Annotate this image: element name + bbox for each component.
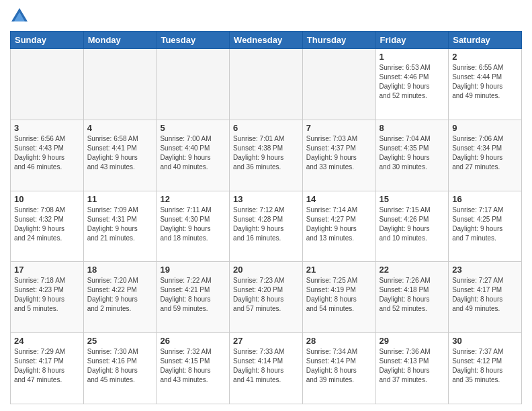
day-number: 21 [306, 265, 372, 275]
calendar-cell: 13Sunrise: 7:12 AM Sunset: 4:28 PM Dayli… [230, 191, 303, 262]
calendar-cell: 6Sunrise: 7:01 AM Sunset: 4:38 PM Daylig… [230, 120, 303, 191]
calendar-week-2: 10Sunrise: 7:08 AM Sunset: 4:32 PM Dayli… [11, 191, 522, 262]
weekday-header-monday: Monday [83, 32, 157, 49]
day-number: 22 [380, 265, 445, 275]
calendar-cell [302, 49, 375, 120]
day-detail: Sunrise: 7:03 AM Sunset: 4:37 PM Dayligh… [306, 134, 372, 172]
day-number: 6 [233, 123, 299, 133]
day-detail: Sunrise: 7:36 AM Sunset: 4:13 PM Dayligh… [380, 347, 445, 385]
day-number: 24 [14, 336, 80, 346]
day-number: 25 [87, 336, 153, 346]
calendar-cell: 10Sunrise: 7:08 AM Sunset: 4:32 PM Dayli… [11, 191, 84, 262]
calendar-header-row: SundayMondayTuesdayWednesdayThursdayFrid… [11, 32, 522, 49]
weekday-header-thursday: Thursday [302, 32, 375, 49]
day-number: 3 [14, 123, 80, 133]
day-detail: Sunrise: 7:26 AM Sunset: 4:18 PM Dayligh… [380, 276, 445, 314]
day-number: 16 [452, 194, 518, 204]
day-number: 27 [233, 336, 299, 346]
calendar-cell: 16Sunrise: 7:17 AM Sunset: 4:25 PM Dayli… [449, 191, 522, 262]
calendar-cell: 1Sunrise: 6:53 AM Sunset: 4:46 PM Daylig… [375, 49, 449, 120]
calendar-cell: 17Sunrise: 7:18 AM Sunset: 4:23 PM Dayli… [11, 262, 84, 333]
day-detail: Sunrise: 6:55 AM Sunset: 4:44 PM Dayligh… [452, 63, 518, 101]
calendar-week-1: 3Sunrise: 6:56 AM Sunset: 4:43 PM Daylig… [11, 120, 522, 191]
calendar-cell: 29Sunrise: 7:36 AM Sunset: 4:13 PM Dayli… [375, 333, 449, 404]
calendar-week-3: 17Sunrise: 7:18 AM Sunset: 4:23 PM Dayli… [11, 262, 522, 333]
calendar-week-4: 24Sunrise: 7:29 AM Sunset: 4:17 PM Dayli… [11, 333, 522, 404]
day-number: 30 [452, 336, 518, 346]
day-number: 5 [160, 123, 226, 133]
weekday-header-wednesday: Wednesday [230, 32, 303, 49]
day-number: 11 [87, 194, 153, 204]
day-detail: Sunrise: 6:56 AM Sunset: 4:43 PM Dayligh… [14, 134, 80, 172]
day-number: 10 [14, 194, 80, 204]
day-number: 7 [306, 123, 372, 133]
calendar-cell: 11Sunrise: 7:09 AM Sunset: 4:31 PM Dayli… [83, 191, 157, 262]
calendar-cell: 26Sunrise: 7:32 AM Sunset: 4:15 PM Dayli… [157, 333, 230, 404]
calendar-cell: 24Sunrise: 7:29 AM Sunset: 4:17 PM Dayli… [11, 333, 84, 404]
calendar-cell: 2Sunrise: 6:55 AM Sunset: 4:44 PM Daylig… [449, 49, 522, 120]
calendar-cell: 12Sunrise: 7:11 AM Sunset: 4:30 PM Dayli… [157, 191, 230, 262]
day-detail: Sunrise: 7:04 AM Sunset: 4:35 PM Dayligh… [380, 134, 445, 172]
day-number: 9 [452, 123, 518, 133]
calendar-cell [157, 49, 230, 120]
weekday-header-friday: Friday [375, 32, 449, 49]
day-number: 4 [87, 123, 153, 133]
calendar-cell: 7Sunrise: 7:03 AM Sunset: 4:37 PM Daylig… [302, 120, 375, 191]
day-detail: Sunrise: 7:22 AM Sunset: 4:21 PM Dayligh… [160, 276, 226, 314]
day-number: 17 [14, 265, 80, 275]
day-detail: Sunrise: 7:37 AM Sunset: 4:12 PM Dayligh… [452, 347, 518, 385]
day-detail: Sunrise: 7:34 AM Sunset: 4:14 PM Dayligh… [306, 347, 372, 385]
calendar-cell [83, 49, 157, 120]
calendar-cell: 19Sunrise: 7:22 AM Sunset: 4:21 PM Dayli… [157, 262, 230, 333]
page: SundayMondayTuesdayWednesdayThursdayFrid… [0, 0, 532, 411]
day-detail: Sunrise: 7:29 AM Sunset: 4:17 PM Dayligh… [14, 347, 80, 385]
calendar-week-0: 1Sunrise: 6:53 AM Sunset: 4:46 PM Daylig… [11, 49, 522, 120]
day-detail: Sunrise: 7:11 AM Sunset: 4:30 PM Dayligh… [160, 205, 226, 243]
calendar-cell: 25Sunrise: 7:30 AM Sunset: 4:16 PM Dayli… [83, 333, 157, 404]
day-number: 14 [306, 194, 372, 204]
day-number: 8 [380, 123, 445, 133]
day-number: 19 [160, 265, 226, 275]
calendar-cell: 4Sunrise: 6:58 AM Sunset: 4:41 PM Daylig… [83, 120, 157, 191]
logo-icon [10, 7, 29, 26]
day-detail: Sunrise: 7:14 AM Sunset: 4:27 PM Dayligh… [306, 205, 372, 243]
day-detail: Sunrise: 7:27 AM Sunset: 4:17 PM Dayligh… [452, 276, 518, 314]
day-number: 26 [160, 336, 226, 346]
weekday-header-saturday: Saturday [449, 32, 522, 49]
calendar-cell: 27Sunrise: 7:33 AM Sunset: 4:14 PM Dayli… [230, 333, 303, 404]
calendar-cell: 20Sunrise: 7:23 AM Sunset: 4:20 PM Dayli… [230, 262, 303, 333]
calendar-cell: 8Sunrise: 7:04 AM Sunset: 4:35 PM Daylig… [375, 120, 449, 191]
calendar-cell: 21Sunrise: 7:25 AM Sunset: 4:19 PM Dayli… [302, 262, 375, 333]
calendar-cell [11, 49, 84, 120]
day-detail: Sunrise: 7:33 AM Sunset: 4:14 PM Dayligh… [233, 347, 299, 385]
calendar-cell: 15Sunrise: 7:15 AM Sunset: 4:26 PM Dayli… [375, 191, 449, 262]
day-number: 29 [380, 336, 445, 346]
calendar-cell: 23Sunrise: 7:27 AM Sunset: 4:17 PM Dayli… [449, 262, 522, 333]
day-number: 20 [233, 265, 299, 275]
day-number: 1 [380, 52, 445, 62]
weekday-header-sunday: Sunday [11, 32, 84, 49]
day-detail: Sunrise: 7:30 AM Sunset: 4:16 PM Dayligh… [87, 347, 153, 385]
day-detail: Sunrise: 7:08 AM Sunset: 4:32 PM Dayligh… [14, 205, 80, 243]
day-detail: Sunrise: 7:06 AM Sunset: 4:34 PM Dayligh… [452, 134, 518, 172]
day-number: 15 [380, 194, 445, 204]
calendar-cell: 18Sunrise: 7:20 AM Sunset: 4:22 PM Dayli… [83, 262, 157, 333]
calendar-table: SundayMondayTuesdayWednesdayThursdayFrid… [10, 31, 522, 404]
header [10, 7, 522, 26]
day-number: 13 [233, 194, 299, 204]
day-number: 12 [160, 194, 226, 204]
calendar-cell: 14Sunrise: 7:14 AM Sunset: 4:27 PM Dayli… [302, 191, 375, 262]
day-detail: Sunrise: 7:18 AM Sunset: 4:23 PM Dayligh… [14, 276, 80, 314]
weekday-header-tuesday: Tuesday [157, 32, 230, 49]
day-detail: Sunrise: 7:32 AM Sunset: 4:15 PM Dayligh… [160, 347, 226, 385]
day-detail: Sunrise: 7:15 AM Sunset: 4:26 PM Dayligh… [380, 205, 445, 243]
day-detail: Sunrise: 7:17 AM Sunset: 4:25 PM Dayligh… [452, 205, 518, 243]
day-number: 28 [306, 336, 372, 346]
day-number: 23 [452, 265, 518, 275]
calendar-cell: 28Sunrise: 7:34 AM Sunset: 4:14 PM Dayli… [302, 333, 375, 404]
day-detail: Sunrise: 7:23 AM Sunset: 4:20 PM Dayligh… [233, 276, 299, 314]
day-number: 2 [452, 52, 518, 62]
calendar-cell: 30Sunrise: 7:37 AM Sunset: 4:12 PM Dayli… [449, 333, 522, 404]
calendar-cell: 3Sunrise: 6:56 AM Sunset: 4:43 PM Daylig… [11, 120, 84, 191]
day-detail: Sunrise: 6:58 AM Sunset: 4:41 PM Dayligh… [87, 134, 153, 172]
